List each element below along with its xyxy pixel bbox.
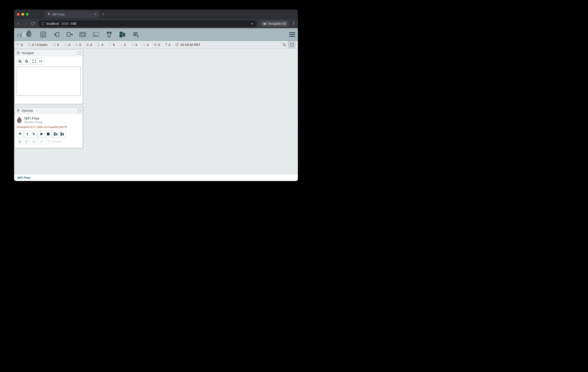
breadcrumb[interactable]: NiFi Flow bbox=[14, 174, 298, 181]
svg-rect-10 bbox=[56, 32, 59, 37]
info-icon bbox=[41, 22, 45, 25]
bookmark-star-icon[interactable]: ★ bbox=[251, 22, 254, 25]
svg-rect-23 bbox=[19, 43, 20, 44]
stop-button[interactable] bbox=[45, 131, 52, 137]
svg-rect-51 bbox=[32, 140, 36, 143]
configure-button[interactable] bbox=[17, 131, 23, 137]
browser-window: NiFi Flow × + localhost:8080/nifi/ ★ Inc… bbox=[14, 10, 298, 181]
create-template-button[interactable] bbox=[52, 131, 59, 137]
close-window[interactable] bbox=[17, 13, 20, 16]
zoom-actual-button[interactable] bbox=[37, 58, 44, 65]
collapse-navigate-button[interactable]: − bbox=[78, 51, 81, 54]
delete-button: DELETE bbox=[46, 138, 63, 145]
back-button[interactable] bbox=[16, 21, 21, 26]
svg-rect-44 bbox=[61, 132, 62, 133]
locally-modified-stat: 0 bbox=[131, 43, 137, 47]
browser-menu-icon[interactable] bbox=[292, 21, 296, 26]
stale-stat: 0 bbox=[142, 43, 149, 47]
forward-button[interactable] bbox=[24, 21, 28, 26]
add-remote-group-button[interactable] bbox=[92, 31, 100, 38]
running-stat: 0 bbox=[75, 43, 81, 47]
disable-button[interactable] bbox=[31, 131, 38, 137]
svg-rect-34 bbox=[291, 43, 293, 46]
svg-rect-12 bbox=[80, 32, 86, 37]
browser-tab[interactable]: NiFi Flow × bbox=[45, 11, 99, 18]
svg-rect-8 bbox=[28, 34, 31, 36]
unknown-stat: ?0 bbox=[165, 43, 170, 47]
paste-button bbox=[23, 138, 30, 145]
url-input[interactable]: localhost:8080/nifi/ ★ bbox=[38, 20, 257, 27]
start-button[interactable] bbox=[38, 131, 45, 137]
nifi-app: nifi 0 0 / 0 bytes 0 0 0 0 0 0 0 0 0 bbox=[14, 28, 298, 181]
new-tab-button[interactable]: + bbox=[102, 12, 105, 17]
upload-template-button[interactable] bbox=[59, 131, 66, 137]
incognito-label: Incognito (3) bbox=[268, 22, 286, 25]
svg-rect-24 bbox=[17, 44, 18, 45]
add-processor-button[interactable] bbox=[39, 31, 47, 38]
incognito-icon bbox=[263, 21, 267, 26]
close-tab-icon[interactable]: × bbox=[94, 12, 96, 16]
reload-button[interactable] bbox=[31, 21, 35, 26]
tab-title: NiFi Flow bbox=[52, 13, 64, 16]
zoom-fit-button[interactable] bbox=[31, 58, 38, 65]
navigate-panel-header: Navigate − bbox=[15, 50, 83, 56]
svg-rect-45 bbox=[61, 134, 62, 136]
add-process-group-button[interactable] bbox=[79, 31, 87, 38]
add-template-button[interactable] bbox=[118, 31, 126, 38]
nifi-drop-icon bbox=[26, 30, 32, 38]
operate-context-type: Process Group bbox=[24, 121, 42, 124]
svg-point-27 bbox=[54, 44, 55, 45]
svg-rect-39 bbox=[47, 133, 50, 135]
search-button[interactable] bbox=[280, 41, 288, 49]
zoom-out-button[interactable] bbox=[23, 58, 30, 65]
url-path: /nifi/ bbox=[71, 22, 76, 25]
birdseye-view[interactable] bbox=[17, 67, 81, 96]
add-input-port-button[interactable] bbox=[52, 31, 60, 38]
maximize-window[interactable] bbox=[26, 13, 29, 16]
add-label-button[interactable] bbox=[132, 31, 139, 38]
sync-failure-stat: 0 bbox=[154, 43, 160, 47]
stopped-stat: 0 bbox=[86, 43, 92, 47]
svg-rect-11 bbox=[67, 32, 70, 37]
svg-rect-13 bbox=[81, 33, 84, 35]
svg-point-4 bbox=[265, 23, 266, 25]
zoom-in-button[interactable] bbox=[17, 58, 23, 65]
flow-canvas[interactable]: Navigate − bbox=[14, 49, 298, 174]
bulletin-button[interactable] bbox=[288, 41, 296, 49]
svg-rect-20 bbox=[123, 33, 125, 36]
svg-rect-9 bbox=[41, 32, 46, 37]
color-button bbox=[38, 138, 45, 145]
invalid-stat: 0 bbox=[97, 43, 104, 47]
last-refresh: 18:19:42 PDT bbox=[175, 43, 200, 47]
navigate-panel: Navigate − bbox=[15, 50, 83, 104]
svg-point-32 bbox=[155, 45, 156, 46]
svg-rect-38 bbox=[19, 120, 21, 123]
minimize-window[interactable] bbox=[21, 13, 24, 16]
up-to-date-stat: 0 bbox=[120, 43, 126, 47]
enable-button[interactable] bbox=[24, 131, 31, 137]
copy-button bbox=[17, 138, 23, 145]
window-controls bbox=[17, 13, 29, 16]
incognito-badge[interactable]: Incognito (3) bbox=[260, 21, 289, 27]
svg-point-5 bbox=[294, 22, 294, 22]
operate-context-name: NiFi Flow bbox=[24, 117, 42, 121]
active-threads-stat: 0 bbox=[16, 43, 23, 47]
refresh-icon[interactable] bbox=[175, 43, 178, 46]
transmitting-stat: 0 bbox=[53, 43, 59, 47]
nifi-favicon-icon bbox=[47, 13, 51, 16]
svg-point-17 bbox=[111, 32, 111, 33]
component-toolbar: nifi bbox=[14, 28, 298, 41]
svg-rect-50 bbox=[26, 140, 27, 141]
group-button bbox=[31, 138, 38, 145]
flow-status-bar: 0 0 / 0 bytes 0 0 0 0 0 0 0 0 0 0 ?0 18:… bbox=[14, 41, 298, 49]
collapse-operate-button[interactable]: − bbox=[78, 109, 81, 112]
svg-point-15 bbox=[107, 32, 108, 33]
global-menu-button[interactable] bbox=[289, 31, 295, 38]
svg-point-16 bbox=[109, 32, 110, 33]
add-funnel-button[interactable] bbox=[105, 31, 113, 38]
add-output-port-button[interactable] bbox=[66, 31, 74, 38]
svg-rect-18 bbox=[120, 32, 122, 34]
compass-icon bbox=[17, 51, 20, 54]
svg-point-6 bbox=[294, 23, 294, 24]
queued-stat: 0 / 0 bytes bbox=[28, 43, 48, 47]
